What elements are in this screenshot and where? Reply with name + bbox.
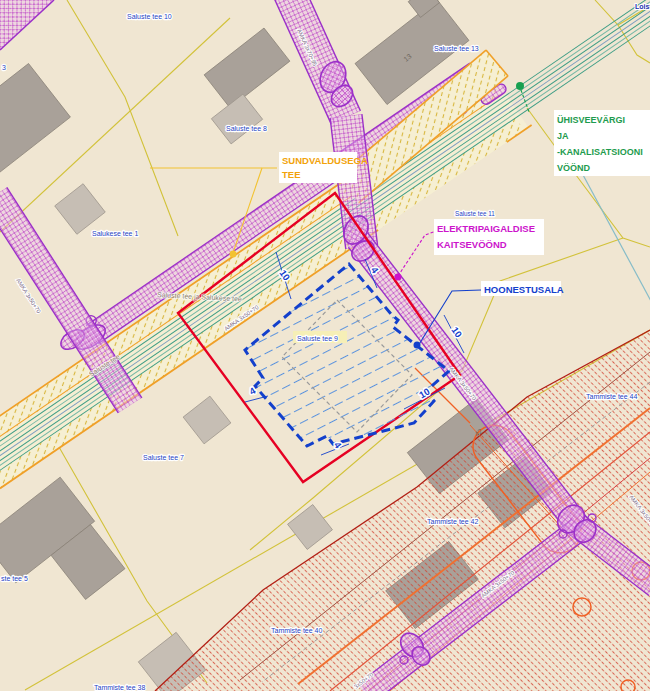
annotation-elektripaigaldise: ELEKTRIPAIGALDISE KAITSEVÖÖND	[434, 219, 544, 255]
parcel-label: Tammiste tee 44	[586, 393, 637, 400]
parcel-label: Saluste tee 9	[297, 335, 338, 342]
parcel-label: Loist	[635, 3, 650, 10]
parcel-label: Salukese tee 1	[92, 230, 138, 237]
parcel-label: Saluste tee 8	[226, 125, 267, 132]
parcel-label: Saluste tee 13	[434, 45, 479, 52]
annotation-text: ELEKTRIPAIGALDISE	[437, 223, 535, 234]
annotation-text: -KANALISATSIOONI	[557, 147, 643, 157]
parcel-label: Tammiste tee 42	[427, 518, 478, 525]
annotation-text: KAITSEVÖÖND	[437, 239, 507, 250]
parcel-label: ste tee 5	[1, 575, 28, 582]
annotation-yhisveevargi: ÜHISVEEVÄRGI JA -KANALISATSIOONI VÖÖND	[554, 110, 650, 176]
annotation-text: HOONESTUSALA	[484, 284, 564, 295]
hoonestusala-point	[414, 342, 421, 349]
parcel-label: 3	[2, 64, 6, 71]
annotation-text: SUNDVALDUSEGA	[282, 155, 368, 166]
sundvaldus-point	[230, 251, 237, 258]
detail-plan-map: AMKA 3x70+95 AMKA 3x50+70 AMKA 3x50+70 A…	[0, 0, 650, 691]
annotation-text: JA	[557, 131, 569, 141]
parcel-label: Tammiste tee 40	[271, 627, 322, 634]
parcel-label: Saluste tee 7	[143, 454, 184, 461]
annotation-text: TEE	[282, 169, 300, 180]
parcel-label: Tammiste tee 38	[94, 684, 145, 691]
parcel-label: Saluste tee 10	[127, 13, 172, 20]
map-canvas: AMKA 3x70+95 AMKA 3x50+70 AMKA 3x50+70 A…	[0, 0, 650, 691]
annotation-hoonestusala: HOONESTUSALA	[481, 281, 564, 296]
parcel-label: Saluste tee 11	[455, 210, 495, 217]
annotation-text: ÜHISVEEVÄRGI	[557, 115, 625, 125]
annotation-text: VÖÖND	[557, 163, 591, 173]
water-sewer-point	[516, 82, 524, 90]
annotation-sundvaldusega-tee: SUNDVALDUSEGA TEE	[279, 152, 368, 183]
electric-point	[395, 274, 402, 281]
